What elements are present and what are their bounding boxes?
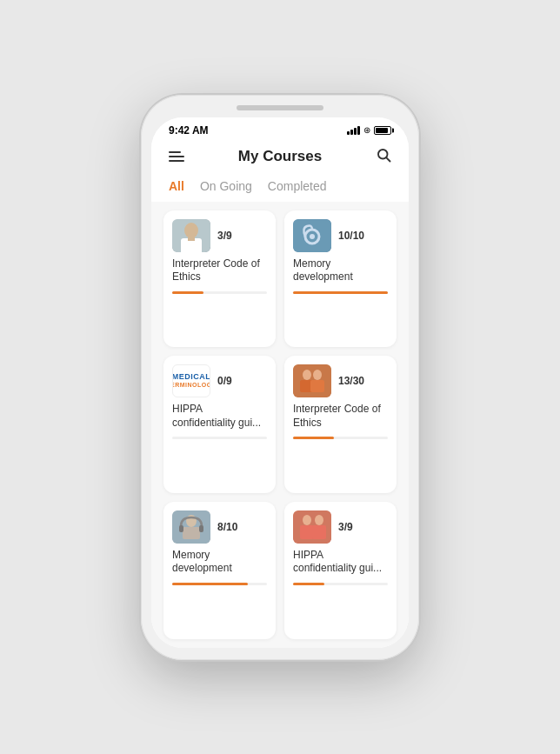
course-card-6[interactable]: 3/9 HIPPA confidentiality gui... xyxy=(284,502,397,639)
course-progress-1: 3/9 xyxy=(217,230,232,242)
course-thumb-3: MEDICAL TERMINOLOGY xyxy=(172,364,210,397)
course-card-5[interactable]: 8/10 Memory development xyxy=(163,502,276,639)
progress-track-3 xyxy=(172,437,267,439)
phone-notch xyxy=(237,105,323,110)
search-icon[interactable] xyxy=(376,147,391,167)
phone-screen: 9:42 AM ⊛ My Courses xyxy=(151,117,409,648)
svg-rect-13 xyxy=(310,380,324,392)
progress-track-5 xyxy=(172,583,267,585)
svg-point-20 xyxy=(303,515,311,525)
course-card-top-3: MEDICAL TERMINOLOGY 0/9 xyxy=(172,364,267,397)
hamburger-line-3 xyxy=(169,160,184,162)
svg-rect-17 xyxy=(179,525,183,532)
course-title-6: HIPPA confidentiality gui... xyxy=(293,549,388,576)
course-title-2: Memory development xyxy=(293,257,388,284)
course-card-2[interactable]: 10/10 Memory development xyxy=(284,210,397,348)
course-card-top-4: 13/30 xyxy=(293,364,388,397)
tab-all[interactable]: All xyxy=(169,179,184,193)
svg-point-8 xyxy=(310,234,315,239)
phone-frame: 9:42 AM ⊛ My Courses xyxy=(141,95,419,660)
svg-point-10 xyxy=(303,370,311,380)
app-header: My Courses xyxy=(151,140,409,174)
course-card-top-5: 8/10 xyxy=(172,510,267,544)
svg-rect-23 xyxy=(312,525,326,539)
hamburger-line-2 xyxy=(169,156,184,157)
course-thumb-6 xyxy=(293,510,331,544)
course-title-3: HIPPA confidentiality gui... xyxy=(172,403,267,430)
course-thumb-5 xyxy=(172,510,210,544)
course-progress-5: 8/10 xyxy=(217,521,237,533)
course-card-top-1: 3/9 xyxy=(172,219,267,252)
progress-track-6 xyxy=(293,583,388,585)
svg-line-1 xyxy=(386,157,390,161)
course-progress-6: 3/9 xyxy=(338,521,353,533)
tabs-bar: All On Going Completed xyxy=(151,174,409,202)
course-thumb-2 xyxy=(293,219,331,252)
svg-point-22 xyxy=(315,515,323,525)
course-card-top-6: 3/9 xyxy=(293,510,388,544)
battery-icon xyxy=(374,126,391,135)
progress-fill-4 xyxy=(293,437,334,439)
course-card-top-2: 10/10 xyxy=(293,219,388,252)
signal-icon xyxy=(347,126,360,135)
svg-rect-21 xyxy=(300,525,314,539)
progress-fill-6 xyxy=(293,583,324,585)
progress-track-1 xyxy=(172,291,267,294)
course-card-3[interactable]: MEDICAL TERMINOLOGY 0/9 HIPPA confidenti… xyxy=(163,356,276,493)
progress-track-2 xyxy=(293,291,388,294)
course-title-4: Interpreter Code of Ethics xyxy=(293,403,388,430)
wifi-icon: ⊛ xyxy=(363,125,370,135)
course-card-4[interactable]: 13/30 Interpreter Code of Ethics xyxy=(284,356,397,493)
progress-fill-5 xyxy=(172,583,248,585)
course-thumb-1 xyxy=(172,219,210,252)
status-icons: ⊛ xyxy=(347,125,391,135)
course-progress-3: 0/9 xyxy=(217,375,232,387)
svg-rect-5 xyxy=(188,237,195,241)
status-bar: 9:42 AM ⊛ xyxy=(151,117,409,140)
progress-fill-1 xyxy=(172,291,203,294)
course-card-1[interactable]: 3/9 Interpreter Code of Ethics xyxy=(163,210,276,348)
course-progress-4: 13/30 xyxy=(338,375,364,387)
progress-fill-2 xyxy=(293,291,388,294)
status-time: 9:42 AM xyxy=(169,124,209,137)
tab-completed[interactable]: Completed xyxy=(268,179,327,193)
course-progress-2: 10/10 xyxy=(338,230,364,242)
course-thumb-4 xyxy=(293,364,331,397)
hamburger-line-1 xyxy=(169,151,181,153)
svg-point-3 xyxy=(184,223,198,238)
progress-track-4 xyxy=(293,437,388,439)
tab-ongoing[interactable]: On Going xyxy=(200,179,252,193)
course-title-5: Memory development xyxy=(172,549,267,576)
courses-grid: 3/9 Interpreter Code of Ethics xyxy=(151,202,409,648)
svg-rect-16 xyxy=(183,527,200,539)
svg-rect-18 xyxy=(199,525,203,532)
page-title: My Courses xyxy=(238,148,322,165)
svg-point-12 xyxy=(313,370,322,380)
course-title-1: Interpreter Code of Ethics xyxy=(172,257,267,284)
hamburger-icon[interactable] xyxy=(169,151,184,162)
